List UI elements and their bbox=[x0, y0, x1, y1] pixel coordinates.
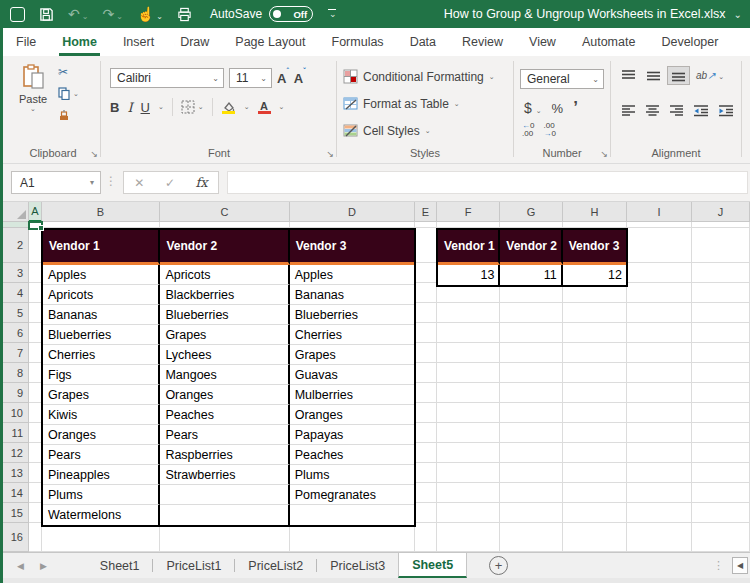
format-painter-icon[interactable] bbox=[58, 109, 71, 122]
cell-J11[interactable] bbox=[692, 423, 750, 443]
cell-J6[interactable] bbox=[692, 323, 750, 343]
column-header-E[interactable]: E bbox=[415, 202, 437, 222]
cell-J12[interactable] bbox=[692, 443, 750, 463]
tab-view[interactable]: View bbox=[516, 28, 569, 56]
accounting-format-icon[interactable]: $ ⌄ bbox=[524, 100, 542, 116]
cell-H10[interactable] bbox=[563, 403, 627, 423]
table-cell[interactable]: 13 bbox=[438, 265, 500, 285]
table-cell[interactable]: Plums bbox=[43, 485, 160, 505]
table-cell[interactable]: Blueberries bbox=[160, 305, 289, 325]
cell-E6[interactable] bbox=[415, 323, 437, 343]
cancel-icon[interactable]: ✕ bbox=[134, 176, 144, 190]
table-cell[interactable]: Cherries bbox=[290, 325, 414, 345]
cell-J16[interactable] bbox=[692, 523, 750, 552]
row-header-3[interactable]: 3 bbox=[3, 263, 29, 283]
underline-button[interactable]: U bbox=[141, 100, 150, 115]
format-as-table-button[interactable]: Format as Table⌄ bbox=[343, 96, 460, 111]
number-format-combobox[interactable]: General⌄ bbox=[520, 69, 604, 89]
fill-handle[interactable] bbox=[38, 225, 44, 231]
undo-icon[interactable]: ↶⌄ bbox=[68, 7, 88, 21]
cell-I2[interactable] bbox=[627, 228, 692, 263]
sheet-tab-sheet5[interactable]: Sheet5 bbox=[398, 553, 467, 578]
cell-H8[interactable] bbox=[563, 363, 627, 383]
previous-sheet-icon[interactable]: ◀ bbox=[17, 561, 24, 571]
fill-color-dropdown-icon[interactable]: ⌄ bbox=[244, 103, 250, 111]
column-header-G[interactable]: G bbox=[500, 202, 563, 222]
scroll-left-icon[interactable]: ◀ bbox=[732, 557, 748, 574]
column-header-J[interactable]: J bbox=[692, 202, 750, 222]
cell-F15[interactable] bbox=[437, 503, 500, 523]
cell-I14[interactable] bbox=[627, 483, 692, 503]
fill-color-icon[interactable] bbox=[221, 101, 236, 114]
cell-E3[interactable] bbox=[415, 263, 437, 283]
table-cell[interactable] bbox=[160, 505, 289, 525]
cell-F9[interactable] bbox=[437, 383, 500, 403]
formula-input[interactable] bbox=[227, 171, 748, 194]
next-sheet-icon[interactable]: ▶ bbox=[40, 561, 47, 571]
table-cell[interactable]: Papayas bbox=[290, 425, 414, 445]
decrease-indent-icon[interactable] bbox=[693, 104, 709, 117]
autosave-toggle[interactable]: Off bbox=[269, 6, 313, 22]
cell-E15[interactable] bbox=[415, 503, 437, 523]
cell-G7[interactable] bbox=[500, 343, 563, 363]
table-cell[interactable] bbox=[160, 485, 289, 505]
table-cell[interactable]: Blueberries bbox=[43, 325, 160, 345]
cell-I10[interactable] bbox=[627, 403, 692, 423]
conditional-formatting-button[interactable]: Conditional Formatting⌄ bbox=[343, 69, 495, 84]
save-icon[interactable] bbox=[39, 7, 54, 22]
cell-J2[interactable] bbox=[692, 228, 750, 263]
cell-E10[interactable] bbox=[415, 403, 437, 423]
cell-E11[interactable] bbox=[415, 423, 437, 443]
increase-font-size-icon[interactable]: Aˆ bbox=[277, 71, 289, 86]
font-size-combobox[interactable]: 11⌄ bbox=[229, 68, 272, 88]
cell-E7[interactable] bbox=[415, 343, 437, 363]
italic-button[interactable]: I bbox=[127, 100, 132, 115]
cell-G14[interactable] bbox=[500, 483, 563, 503]
table-cell[interactable]: Apples bbox=[43, 265, 160, 285]
row-header-16[interactable]: 16 bbox=[3, 523, 29, 552]
cell-I6[interactable] bbox=[627, 323, 692, 343]
underline-dropdown-icon[interactable]: ⌄ bbox=[158, 103, 164, 111]
borders-icon[interactable]: ⌄ bbox=[181, 100, 204, 114]
cell-E4[interactable] bbox=[415, 283, 437, 303]
row-header-10[interactable]: 10 bbox=[3, 403, 29, 423]
table-cell[interactable]: Apricots bbox=[43, 285, 160, 305]
selected-cell-a1[interactable] bbox=[28, 221, 43, 230]
cell-J3[interactable] bbox=[692, 263, 750, 283]
tab-bar-splitter[interactable]: ⋮ bbox=[713, 559, 724, 572]
comma-style-icon[interactable]: ’ bbox=[573, 98, 578, 118]
table-cell[interactable]: Kiwis bbox=[43, 405, 160, 425]
cell-I8[interactable] bbox=[627, 363, 692, 383]
cell-B16[interactable] bbox=[42, 523, 160, 552]
autosave-control[interactable]: AutoSave Off bbox=[210, 6, 313, 22]
name-box[interactable]: A1 ▾ bbox=[11, 171, 101, 194]
table-cell[interactable] bbox=[290, 505, 414, 525]
cell-H13[interactable] bbox=[563, 463, 627, 483]
table-cell[interactable]: Pomegranates bbox=[290, 485, 414, 505]
row-header-2[interactable]: 2 bbox=[3, 228, 29, 263]
sheet-tab-pricelist3[interactable]: PriceList3 bbox=[317, 553, 398, 578]
font-dialog-launcher-icon[interactable]: ↘ bbox=[326, 149, 334, 159]
row-header-5[interactable]: 5 bbox=[3, 303, 29, 323]
increase-decimal-icon[interactable]: ←0.00 bbox=[522, 122, 534, 138]
row-header-7[interactable]: 7 bbox=[3, 343, 29, 363]
table-cell[interactable]: Mangoes bbox=[160, 365, 289, 385]
column-header-C[interactable]: C bbox=[160, 202, 290, 222]
tab-file[interactable]: File bbox=[3, 28, 49, 56]
table-cell[interactable]: Peaches bbox=[160, 405, 289, 425]
table-cell[interactable]: Cherries bbox=[43, 345, 160, 365]
orientation-icon[interactable]: ab↗ ⌄ bbox=[696, 70, 724, 81]
cell-G6[interactable] bbox=[500, 323, 563, 343]
table-cell[interactable]: Oranges bbox=[290, 405, 414, 425]
column-header-F[interactable]: F bbox=[437, 202, 500, 222]
sheet-tab-pricelist2[interactable]: PriceList2 bbox=[235, 553, 316, 578]
table-cell[interactable]: Apples bbox=[290, 265, 414, 285]
font-color-dropdown-icon[interactable]: ⌄ bbox=[279, 103, 285, 111]
table-cell[interactable]: Oranges bbox=[160, 385, 289, 405]
cell-I12[interactable] bbox=[627, 443, 692, 463]
cell-F6[interactable] bbox=[437, 323, 500, 343]
cell-G8[interactable] bbox=[500, 363, 563, 383]
tab-home[interactable]: Home bbox=[49, 28, 110, 56]
font-color-icon[interactable]: A bbox=[258, 101, 271, 114]
sheet-tab-pricelist1[interactable]: PriceList1 bbox=[153, 553, 234, 578]
